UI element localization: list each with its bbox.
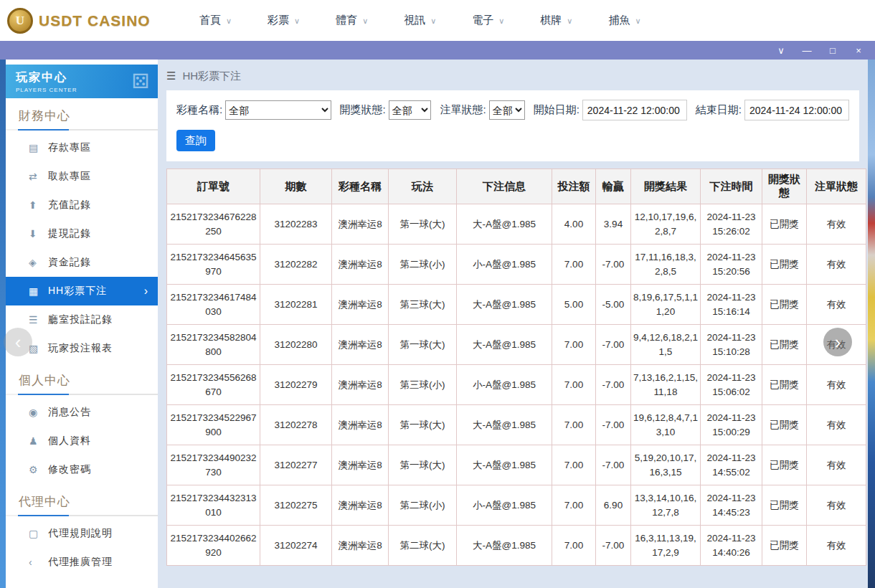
sidebar-subtitle: PLAYERS CENTER: [16, 87, 77, 93]
nav-label: 體育: [336, 14, 357, 27]
nav-item-slots[interactable]: 電子∨: [459, 0, 527, 41]
win-loss-cell: -5.00: [596, 285, 631, 325]
sidebar-item-announcements[interactable]: ◉ 消息公告: [6, 398, 158, 427]
lottery-name-label: 彩種名稱:: [176, 103, 222, 117]
column-header-draw-status: 開獎狀態: [762, 169, 807, 204]
sidebar-item-change-password[interactable]: ⚙ 修改密碼: [6, 455, 158, 484]
sidebar-item-withdraw-record[interactable]: ⬇ 提現記錄: [6, 219, 158, 248]
chevron-down-icon: ∨: [430, 16, 436, 26]
period-cell: 31202275: [260, 485, 332, 526]
window-minimize-button[interactable]: —: [802, 46, 812, 55]
sidebar-item-hall-bet-records[interactable]: ☰ 廳室投註記錄: [6, 305, 158, 334]
period-cell: 31202277: [260, 445, 332, 485]
nav-label: 電子: [472, 14, 493, 27]
draw-status-cell: 已開獎: [762, 204, 807, 245]
sidebar-item-agent-promotion[interactable]: ‹ 代理推廣管理: [6, 548, 158, 577]
amount-cell: 7.00: [552, 405, 596, 445]
sidebar-item-label: 玩家投注報表: [48, 342, 113, 355]
sidebar-item-label: 修改密碼: [48, 463, 91, 476]
draw-status-cell: 已開獎: [762, 325, 807, 365]
order-status-select[interactable]: 全部: [489, 100, 525, 120]
hamburger-icon[interactable]: ☰: [166, 70, 176, 82]
window-close-button[interactable]: ×: [853, 46, 864, 55]
sidebar-item-deposit[interactable]: ▤ 存款專區: [6, 133, 158, 162]
site-header: U USDT CASINO 首頁∨ 彩票∨ 體育∨ 視訊∨ 電子∨ 棋牌∨ 捕魚…: [0, 0, 875, 41]
search-button[interactable]: 查詢: [176, 130, 215, 151]
start-date-input[interactable]: [582, 100, 687, 120]
table-row: 2152173234556268670 31202279 澳洲幸运8 第三球(小…: [167, 365, 866, 405]
column-header-draw-result: 開獎結果: [631, 169, 701, 204]
table-row: 2152173234617484030 31202281 澳洲幸运8 第三球(大…: [167, 285, 866, 325]
sidebar-item-recharge-record[interactable]: ⬆ 充值記錄: [6, 191, 158, 219]
period-cell: 31202282: [260, 245, 332, 285]
amount-cell: 7.00: [552, 445, 596, 485]
bet-info-cell: 小-A盤@1.985: [457, 485, 552, 526]
lottery-name-cell: 澳洲幸运8: [332, 485, 389, 526]
nav-item-board-games[interactable]: 棋牌∨: [527, 0, 595, 41]
period-cell: 31202283: [260, 204, 332, 245]
nav-item-sports[interactable]: 體育∨: [323, 0, 391, 41]
sidebar-item-agent-rules[interactable]: ▢ 代理規則說明: [6, 519, 158, 548]
bet-time-cell: 2024-11-23 15:06:02: [701, 365, 762, 405]
win-loss-cell: -7.00: [596, 245, 631, 285]
win-loss-cell: 6.90: [596, 485, 631, 526]
nav-label: 捕魚: [608, 14, 630, 27]
section-heading-finance: 財務中心: [6, 98, 158, 124]
carousel-prev-button[interactable]: ‹: [4, 328, 32, 356]
order-status-cell: 有效: [807, 365, 866, 405]
section-divider: [6, 515, 158, 516]
nav-label: 首頁: [199, 14, 221, 27]
column-header-amount: 投注額: [552, 169, 596, 204]
draw-status-cell: 已開獎: [762, 405, 807, 445]
table-row: 2152173234402662920 31202274 澳洲幸运8 第二球(大…: [167, 526, 866, 566]
play-cell: 第一球(大): [389, 405, 457, 445]
lottery-name-select[interactable]: 全部: [225, 100, 331, 120]
order-status-cell: 有效: [807, 485, 866, 526]
draw-status-label: 開獎狀態:: [340, 103, 386, 117]
lottery-name-cell: 澳洲幸运8: [332, 245, 389, 285]
sidebar-item-label: 提現記錄: [48, 227, 91, 240]
order-status-cell: 有效: [807, 285, 866, 325]
table-row: 2152173234432313010 31202275 澳洲幸运8 第二球(小…: [167, 485, 866, 526]
amount-cell: 4.00: [552, 204, 596, 245]
section-divider: [6, 394, 158, 395]
nav-item-home[interactable]: 首頁∨: [186, 0, 255, 41]
play-cell: 第三球(大): [389, 285, 457, 325]
sidebar-item-hh-lottery-bets[interactable]: ▦ HH彩票下注 ›: [6, 277, 158, 305]
order-status-cell: 有效: [807, 405, 866, 445]
logo[interactable]: U USDT CASINO: [7, 8, 171, 34]
sidebar: 玩家中心 PLAYERS CENTER ⚄ 財務中心 ▤ 存款專區 ⇄ 取款專區…: [6, 60, 158, 588]
nav-item-fishing[interactable]: 捕魚∨: [595, 0, 663, 41]
sidebar-item-funds-record[interactable]: ◈ 資金記錄: [6, 248, 158, 277]
sidebar-title: 玩家中心: [16, 70, 77, 85]
nav-item-lottery[interactable]: 彩票∨: [255, 0, 323, 41]
draw-status-select[interactable]: 全部: [389, 100, 432, 120]
column-header-play: 玩法: [389, 169, 457, 204]
page-title: HH彩票下注: [182, 70, 241, 83]
chevron-down-icon: ∨: [498, 16, 504, 26]
section-heading-personal: 個人中心: [6, 363, 158, 389]
end-date-input[interactable]: [744, 100, 849, 120]
window-dropdown-button[interactable]: ∨: [776, 46, 786, 55]
chevron-down-icon: ∨: [567, 16, 572, 26]
draw-result-cell: 16,3,11,13,19,17,2,9: [631, 526, 701, 566]
window-maximize-button[interactable]: □: [828, 46, 838, 55]
order-id-cell: 2152173234556268670: [167, 365, 260, 405]
play-cell: 第一球(大): [389, 325, 457, 365]
lottery-name-cell: 澳洲幸运8: [332, 365, 389, 405]
period-cell: 31202278: [260, 405, 332, 445]
share-icon: ‹: [29, 556, 48, 568]
sidebar-item-withdraw[interactable]: ⇄ 取款專區: [6, 162, 158, 191]
carousel-next-button[interactable]: ›: [823, 328, 852, 356]
amount-cell: 5.00: [552, 285, 596, 325]
sidebar-item-profile[interactable]: ♟ 個人資料: [6, 427, 158, 455]
lottery-ticket-icon: ▦: [29, 285, 48, 297]
main-content: ☰ HH彩票下注 彩種名稱: 全部 開獎狀態: 全部 注單狀態: 全部: [158, 60, 868, 588]
logo-letter: U: [16, 14, 24, 28]
nav-item-live-video[interactable]: 視訊∨: [391, 0, 459, 41]
background-right-strip: [868, 60, 875, 588]
column-header-order-id: 訂單號: [167, 169, 260, 204]
sidebar-item-label: 代理規則說明: [48, 527, 113, 540]
win-loss-cell: -7.00: [596, 405, 631, 445]
lottery-name-cell: 澳洲幸运8: [332, 325, 389, 365]
